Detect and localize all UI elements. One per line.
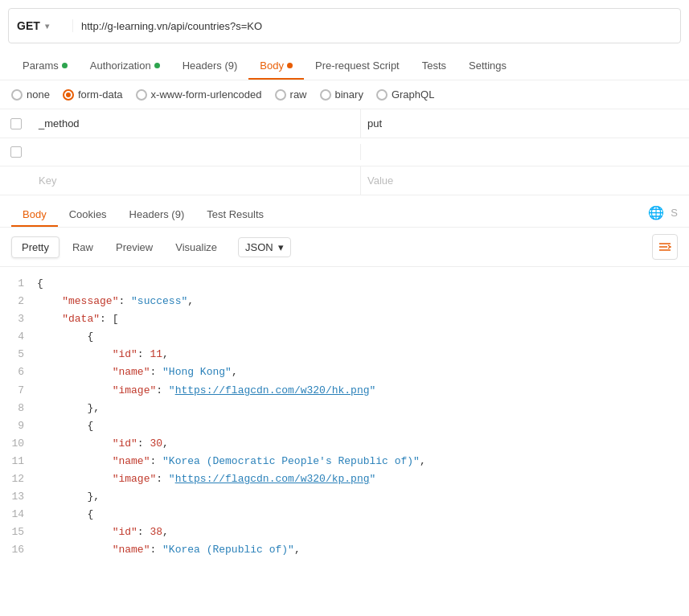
response-tab-body[interactable]: Body xyxy=(11,202,58,227)
format-label: JSON xyxy=(245,241,273,253)
line-content-3: "data": [ xyxy=(37,310,689,328)
form-data-table: _method put Key Value xyxy=(0,109,689,195)
line-content-12: "image": "https://flagcdn.com/w320/kp.pn… xyxy=(37,470,689,488)
code-line-5: 5 "id": 11, xyxy=(0,346,689,363)
line-content-5: "id": 11, xyxy=(37,346,689,363)
radio-none-circle xyxy=(11,89,23,101)
request-bar: GET ▾ xyxy=(8,8,681,43)
radio-raw[interactable]: raw xyxy=(275,88,307,101)
line-content-14: { xyxy=(37,506,689,524)
code-line-16: 16 "name": "Korea (Republic of)", xyxy=(0,541,689,559)
line-content-8: }, xyxy=(37,400,689,417)
line-num-9: 9 xyxy=(0,417,37,435)
tab-settings-label: Settings xyxy=(469,60,506,72)
tab-headers[interactable]: Headers (9) xyxy=(171,51,249,80)
form-row-1: _method put xyxy=(0,109,689,138)
response-tab-test-results[interactable]: Test Results xyxy=(195,202,275,227)
radio-graphql-label: GraphQL xyxy=(392,88,434,101)
wrap-icon[interactable] xyxy=(652,234,678,260)
radio-urlencoded-label: x-www-form-urlencoded xyxy=(151,88,262,101)
checkbox-cell-1[interactable] xyxy=(0,110,32,138)
radio-none[interactable]: none xyxy=(11,88,50,101)
line-num-2: 2 xyxy=(0,293,37,310)
method-chevron: ▾ xyxy=(45,22,49,31)
tab-body[interactable]: Body xyxy=(248,51,304,80)
tab-params[interactable]: Params xyxy=(11,51,79,80)
code-line-6: 6 "name": "Hong Kong", xyxy=(0,363,689,381)
line-num-7: 7 xyxy=(0,382,37,400)
line-content-10: "id": 30, xyxy=(37,435,689,453)
method-selector[interactable]: GET ▾ xyxy=(17,19,73,32)
response-tab-cookies[interactable]: Cookies xyxy=(58,202,118,227)
line-content-2: "message": "success", xyxy=(37,293,689,310)
tab-tests-label: Tests xyxy=(422,60,446,72)
code-line-2: 2 "message": "success", xyxy=(0,293,689,310)
view-tab-visualize[interactable]: Visualize xyxy=(166,237,227,257)
tab-pre-request[interactable]: Pre-request Script xyxy=(304,51,411,80)
radio-graphql[interactable]: GraphQL xyxy=(376,88,434,101)
tab-settings[interactable]: Settings xyxy=(457,51,518,80)
link-hk[interactable]: https://flagcdn.com/w320/hk.png xyxy=(175,384,370,396)
code-line-12: 12 "image": "https://flagcdn.com/w320/kp… xyxy=(0,470,689,488)
code-line-15: 15 "id": 38, xyxy=(0,524,689,541)
code-line-14: 14 { xyxy=(0,506,689,524)
save-icon[interactable]: S xyxy=(671,207,678,219)
body-dot xyxy=(287,63,293,68)
response-tab-headers[interactable]: Headers (9) xyxy=(118,202,196,227)
key-placeholder[interactable]: Key xyxy=(32,166,361,195)
checkbox-cell-2[interactable] xyxy=(0,138,32,166)
line-num-14: 14 xyxy=(0,506,37,524)
key-cell-1[interactable]: _method xyxy=(32,109,361,138)
line-num-12: 12 xyxy=(0,470,37,488)
line-num-15: 15 xyxy=(0,524,37,541)
value-cell-2[interactable] xyxy=(361,144,689,160)
tab-body-label: Body xyxy=(260,60,284,72)
view-tab-preview[interactable]: Preview xyxy=(106,237,162,257)
code-line-7: 7 "image": "https://flagcdn.com/w320/hk.… xyxy=(0,382,689,400)
code-line-9: 9 { xyxy=(0,417,689,435)
code-line-11: 11 "name": "Korea (Democratic People's R… xyxy=(0,453,689,470)
line-num-3: 3 xyxy=(0,310,37,328)
tab-tests[interactable]: Tests xyxy=(411,51,457,80)
value-cell-1[interactable]: put xyxy=(361,109,689,138)
radio-graphql-circle xyxy=(376,89,388,101)
code-line-10: 10 "id": 30, xyxy=(0,435,689,453)
radio-raw-circle xyxy=(275,89,286,101)
request-tabs: Params Authorization Headers (9) Body Pr… xyxy=(0,51,689,80)
line-num-13: 13 xyxy=(0,488,37,506)
value-placeholder[interactable]: Value xyxy=(361,166,689,195)
code-line-1: 1 { xyxy=(0,275,689,293)
key-cell-2[interactable] xyxy=(32,144,361,160)
radio-none-label: none xyxy=(27,88,50,101)
radio-urlencoded[interactable]: x-www-form-urlencoded xyxy=(136,88,262,101)
checkbox-1[interactable] xyxy=(10,118,22,129)
checkbox-2[interactable] xyxy=(10,146,22,158)
url-input[interactable] xyxy=(81,20,672,32)
line-content-15: "id": 38, xyxy=(37,524,689,541)
line-content-16: "name": "Korea (Republic of)", xyxy=(37,541,689,559)
radio-urlencoded-circle xyxy=(136,89,147,101)
radio-form-data-circle xyxy=(63,89,74,101)
line-content-1: { xyxy=(37,275,689,293)
form-row-2 xyxy=(0,138,689,166)
globe-icon: 🌐 xyxy=(648,205,664,220)
line-num-4: 4 xyxy=(0,328,37,346)
radio-form-data-label: form-data xyxy=(78,88,123,101)
view-tab-raw[interactable]: Raw xyxy=(63,237,103,257)
tab-authorization-label: Authorization xyxy=(90,60,151,72)
format-select[interactable]: JSON ▾ xyxy=(238,237,291,257)
tab-authorization[interactable]: Authorization xyxy=(79,51,171,80)
line-content-11: "name": "Korea (Democratic People's Repu… xyxy=(37,453,689,470)
code-line-13: 13 }, xyxy=(0,488,689,506)
line-content-6: "name": "Hong Kong", xyxy=(37,363,689,381)
code-line-4: 4 { xyxy=(0,328,689,346)
format-chevron: ▾ xyxy=(278,241,284,253)
line-num-6: 6 xyxy=(0,363,37,381)
radio-binary[interactable]: binary xyxy=(320,88,363,101)
params-dot xyxy=(62,63,68,68)
form-row-placeholder: Key Value xyxy=(0,166,689,195)
method-label: GET xyxy=(17,19,40,32)
link-kp[interactable]: https://flagcdn.com/w320/kp.png xyxy=(175,473,370,485)
radio-form-data[interactable]: form-data xyxy=(63,88,123,101)
view-tab-pretty[interactable]: Pretty xyxy=(11,236,59,258)
